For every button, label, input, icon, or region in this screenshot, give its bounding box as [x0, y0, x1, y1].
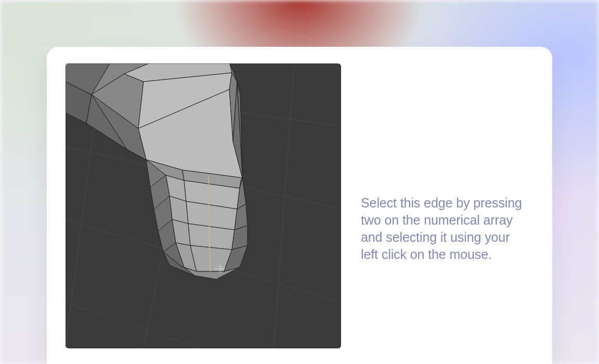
instruction-text: Select this edge by pressing two on the … — [361, 194, 530, 263]
svg-line-6 — [274, 63, 294, 348]
instruction-panel: Select this edge by pressing two on the … — [361, 63, 533, 364]
mesh-illustration-svg — [66, 63, 341, 348]
svg-line-3 — [66, 303, 341, 348]
content-card: Select this edge by pressing two on the … — [47, 47, 552, 364]
viewport-screenshot — [66, 63, 341, 348]
